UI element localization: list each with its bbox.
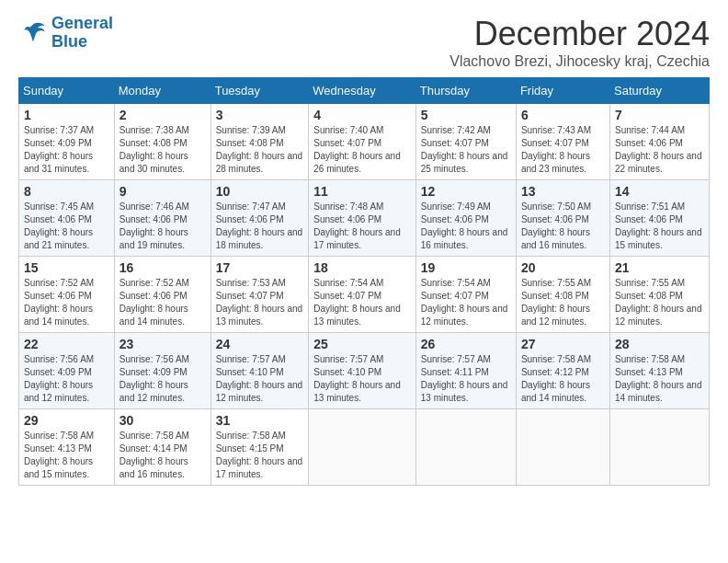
day-cell: 31Sunrise: 7:58 AMSunset: 4:15 PMDayligh… [210,409,309,486]
day-number: 15 [24,260,109,275]
day-info: Sunrise: 7:54 AMSunset: 4:07 PMDaylight:… [313,277,411,328]
day-info: Sunrise: 7:43 AMSunset: 4:07 PMDaylight:… [521,124,605,176]
day-info: Sunrise: 7:45 AMSunset: 4:06 PMDaylight:… [24,201,109,252]
day-cell: 9Sunrise: 7:46 AMSunset: 4:06 PMDaylight… [114,180,210,257]
header-cell-tuesday: Tuesday [210,78,309,104]
day-info: Sunrise: 7:56 AMSunset: 4:09 PMDaylight:… [24,353,109,405]
day-cell: 16Sunrise: 7:52 AMSunset: 4:06 PMDayligh… [114,257,210,333]
day-cell: 22Sunrise: 7:56 AMSunset: 4:09 PMDayligh… [19,333,115,409]
logo-icon [18,18,48,48]
day-cell: 27Sunrise: 7:58 AMSunset: 4:12 PMDayligh… [516,333,609,409]
day-info: Sunrise: 7:55 AMSunset: 4:08 PMDaylight:… [521,277,605,328]
week-row-1: 8Sunrise: 7:45 AMSunset: 4:06 PMDaylight… [19,180,710,257]
day-info: Sunrise: 7:38 AMSunset: 4:08 PMDaylight:… [119,124,206,176]
day-info: Sunrise: 7:58 AMSunset: 4:14 PMDaylight:… [119,430,206,481]
day-number: 4 [313,108,411,122]
day-info: Sunrise: 7:58 AMSunset: 4:12 PMDaylight:… [521,353,605,405]
day-info: Sunrise: 7:44 AMSunset: 4:06 PMDaylight:… [615,124,704,176]
header-cell-friday: Friday [516,78,609,104]
day-info: Sunrise: 7:55 AMSunset: 4:08 PMDaylight:… [615,277,704,328]
day-info: Sunrise: 7:42 AMSunset: 4:07 PMDaylight:… [421,124,511,176]
day-info: Sunrise: 7:57 AMSunset: 4:11 PMDaylight:… [421,353,511,405]
day-info: Sunrise: 7:58 AMSunset: 4:15 PMDaylight:… [216,430,304,481]
day-number: 16 [119,260,206,275]
day-number: 31 [216,413,304,428]
day-cell: 4Sunrise: 7:40 AMSunset: 4:07 PMDaylight… [309,104,416,180]
calendar-table: SundayMondayTuesdayWednesdayThursdayFrid… [18,77,710,486]
day-cell: 7Sunrise: 7:44 AMSunset: 4:06 PMDaylight… [609,104,709,180]
day-cell: 20Sunrise: 7:55 AMSunset: 4:08 PMDayligh… [516,257,609,333]
day-cell: 2Sunrise: 7:38 AMSunset: 4:08 PMDaylight… [114,104,210,180]
week-row-4: 29Sunrise: 7:58 AMSunset: 4:13 PMDayligh… [19,409,710,486]
header-row: SundayMondayTuesdayWednesdayThursdayFrid… [19,78,710,104]
day-cell: 28Sunrise: 7:58 AMSunset: 4:13 PMDayligh… [609,333,709,409]
day-number: 9 [119,184,206,199]
page-header: General Blue December 2024 Vlachovo Brez… [18,15,710,70]
day-number: 5 [421,108,511,122]
day-info: Sunrise: 7:58 AMSunset: 4:13 PMDaylight:… [24,430,109,481]
day-number: 2 [119,108,206,122]
day-number: 3 [216,108,304,122]
day-info: Sunrise: 7:58 AMSunset: 4:13 PMDaylight:… [615,353,704,405]
day-info: Sunrise: 7:47 AMSunset: 4:06 PMDaylight:… [216,201,304,252]
day-cell: 30Sunrise: 7:58 AMSunset: 4:14 PMDayligh… [114,409,210,486]
header-cell-saturday: Saturday [609,78,709,104]
day-info: Sunrise: 7:49 AMSunset: 4:06 PMDaylight:… [421,201,511,252]
day-cell: 23Sunrise: 7:56 AMSunset: 4:09 PMDayligh… [114,333,210,409]
header-cell-wednesday: Wednesday [309,78,416,104]
day-number: 11 [313,184,411,199]
day-cell: 17Sunrise: 7:53 AMSunset: 4:07 PMDayligh… [210,257,309,333]
day-cell: 18Sunrise: 7:54 AMSunset: 4:07 PMDayligh… [309,257,416,333]
day-number: 14 [615,184,704,199]
day-cell: 1Sunrise: 7:37 AMSunset: 4:09 PMDaylight… [19,104,115,180]
day-number: 27 [521,337,605,351]
day-info: Sunrise: 7:56 AMSunset: 4:09 PMDaylight:… [119,353,206,405]
title-block: December 2024 Vlachovo Brezi, Jihocesky … [449,15,710,70]
day-number: 25 [313,337,411,351]
day-number: 20 [521,260,605,275]
day-cell: 14Sunrise: 7:51 AMSunset: 4:06 PMDayligh… [609,180,709,257]
day-cell: 11Sunrise: 7:48 AMSunset: 4:06 PMDayligh… [309,180,416,257]
day-number: 24 [216,337,304,351]
day-cell: 21Sunrise: 7:55 AMSunset: 4:08 PMDayligh… [609,257,709,333]
logo-text: General Blue [51,15,113,52]
day-info: Sunrise: 7:52 AMSunset: 4:06 PMDaylight:… [119,277,206,328]
day-number: 19 [421,260,511,275]
day-info: Sunrise: 7:57 AMSunset: 4:10 PMDaylight:… [216,353,304,405]
day-number: 29 [24,413,109,428]
day-info: Sunrise: 7:51 AMSunset: 4:06 PMDaylight:… [615,201,704,252]
header-cell-sunday: Sunday [19,78,115,104]
day-info: Sunrise: 7:48 AMSunset: 4:06 PMDaylight:… [313,201,411,252]
day-cell: 12Sunrise: 7:49 AMSunset: 4:06 PMDayligh… [415,180,516,257]
day-number: 23 [119,337,206,351]
day-cell: 10Sunrise: 7:47 AMSunset: 4:06 PMDayligh… [210,180,309,257]
day-cell: 5Sunrise: 7:42 AMSunset: 4:07 PMDaylight… [415,104,516,180]
logo: General Blue [18,15,113,52]
day-info: Sunrise: 7:50 AMSunset: 4:06 PMDaylight:… [521,201,605,252]
day-cell: 8Sunrise: 7:45 AMSunset: 4:06 PMDaylight… [19,180,115,257]
day-cell: 3Sunrise: 7:39 AMSunset: 4:08 PMDaylight… [210,104,309,180]
day-number: 13 [521,184,605,199]
day-cell: 15Sunrise: 7:52 AMSunset: 4:06 PMDayligh… [19,257,115,333]
day-number: 8 [24,184,109,199]
day-info: Sunrise: 7:54 AMSunset: 4:07 PMDaylight:… [421,277,511,328]
header-cell-monday: Monday [114,78,210,104]
day-cell: 6Sunrise: 7:43 AMSunset: 4:07 PMDaylight… [516,104,609,180]
day-cell: 25Sunrise: 7:57 AMSunset: 4:10 PMDayligh… [309,333,416,409]
day-info: Sunrise: 7:39 AMSunset: 4:08 PMDaylight:… [216,124,304,176]
day-number: 18 [313,260,411,275]
day-number: 26 [421,337,511,351]
day-number: 28 [615,337,704,351]
week-row-0: 1Sunrise: 7:37 AMSunset: 4:09 PMDaylight… [19,104,710,180]
day-cell: 26Sunrise: 7:57 AMSunset: 4:11 PMDayligh… [415,333,516,409]
calendar-title: December 2024 [449,15,710,53]
day-info: Sunrise: 7:57 AMSunset: 4:10 PMDaylight:… [313,353,411,405]
day-number: 22 [24,337,109,351]
calendar-subtitle: Vlachovo Brezi, Jihocesky kraj, Czechia [449,53,710,70]
day-number: 6 [521,108,605,122]
day-cell: 13Sunrise: 7:50 AMSunset: 4:06 PMDayligh… [516,180,609,257]
day-info: Sunrise: 7:40 AMSunset: 4:07 PMDaylight:… [313,124,411,176]
week-row-3: 22Sunrise: 7:56 AMSunset: 4:09 PMDayligh… [19,333,710,409]
day-info: Sunrise: 7:53 AMSunset: 4:07 PMDaylight:… [216,277,304,328]
day-number: 30 [119,413,206,428]
